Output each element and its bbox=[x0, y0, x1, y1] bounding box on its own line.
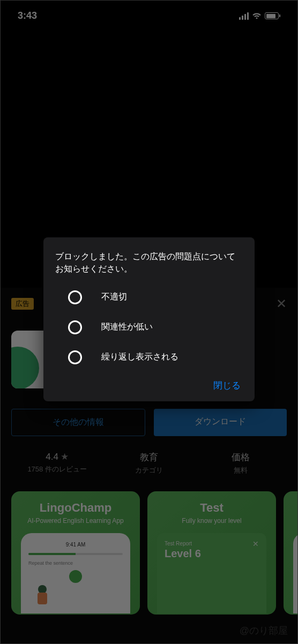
ad-report-dialog: ブロックしました。この広告の問題点についてお知らせください。 不適切 関連性が低… bbox=[43, 237, 255, 401]
radio-icon bbox=[68, 320, 82, 334]
dialog-title: ブロックしました。この広告の問題点についてお知らせください。 bbox=[55, 250, 243, 275]
option-inappropriate[interactable]: 不適切 bbox=[68, 290, 243, 304]
radio-icon bbox=[68, 290, 82, 304]
report-options: 不適切 関連性が低い 繰り返し表示される bbox=[55, 290, 243, 364]
radio-icon bbox=[68, 350, 82, 364]
option-repetitive[interactable]: 繰り返し表示される bbox=[68, 350, 243, 364]
option-low-relevance[interactable]: 関連性が低い bbox=[68, 320, 243, 334]
dialog-close-button[interactable]: 閉じる bbox=[55, 379, 243, 392]
